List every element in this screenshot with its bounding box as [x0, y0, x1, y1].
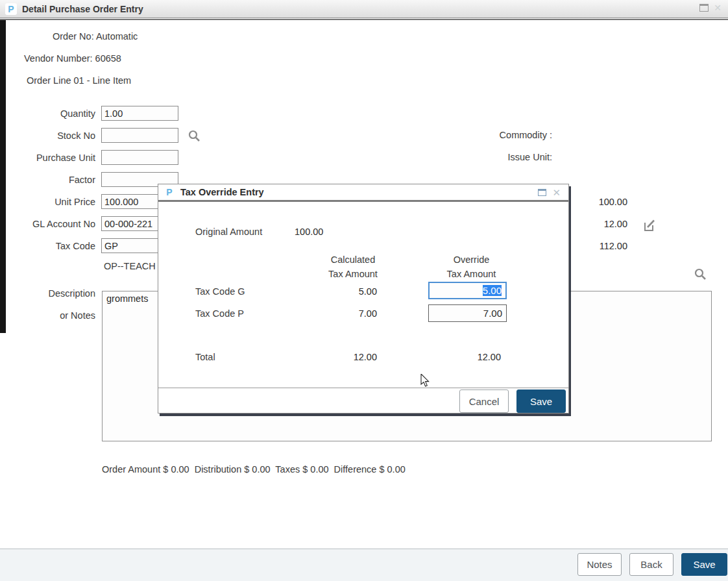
commodity-label: Commodity : [454, 130, 552, 140]
override-header-line2: Tax Amount [431, 269, 512, 279]
calculated-header-line2: Tax Amount [314, 269, 392, 279]
app-logo-icon: P [5, 3, 17, 15]
purchase-unit-label: Purchase Unit [0, 153, 95, 163]
vendor-number-text: Vendor Number: 60658 [24, 53, 121, 64]
detail-purchase-order-entry-window: P Detail Purchase Order Entry ✕ Order No… [0, 0, 728, 581]
tax-override-entry-dialog: P Tax Override Entry ✕ Original Amount 1… [158, 184, 569, 414]
dialog-logo-icon: P [164, 186, 175, 198]
order-totals-line: Order Amount $ 0.00 Distribution $ 0.00 … [102, 464, 406, 475]
tax-code-g-label: Tax Code G [195, 286, 245, 297]
purchase-unit-input[interactable] [101, 150, 178, 165]
tax-code-p-calculated: 7.00 [314, 308, 377, 319]
titlebar-divider [0, 19, 728, 20]
back-button[interactable]: Back [629, 553, 673, 576]
maximize-icon[interactable] [699, 4, 709, 12]
unit-price-label: Unit Price [0, 197, 95, 207]
gl-search-icon[interactable] [694, 267, 707, 280]
total-calculated-value: 12.00 [314, 352, 377, 362]
dialog-footer-divider [158, 388, 568, 388]
edit-tax-icon[interactable] [644, 219, 657, 232]
tax-code-g-override-input[interactable]: 5.00 [428, 282, 507, 299]
dialog-title: Tax Override Entry [180, 187, 264, 197]
tax-code-g-calculated: 5.00 [314, 286, 377, 297]
factor-label: Factor [0, 175, 95, 185]
window-title: Detail Purchase Order Entry [22, 4, 143, 14]
selected-text: 5.00 [483, 285, 502, 296]
save-button[interactable]: Save [681, 553, 727, 576]
quantity-label: Quantity [0, 108, 95, 119]
tax-code-label: Tax Code [0, 241, 95, 251]
or-notes-label: or Notes [0, 310, 95, 321]
stock-no-label: Stock No [0, 130, 95, 141]
stock-no-input[interactable] [101, 128, 178, 143]
window-titlebar: P Detail Purchase Order Entry ✕ [0, 0, 728, 18]
mouse-cursor [420, 374, 431, 388]
dialog-close-icon[interactable]: ✕ [552, 189, 561, 196]
order-line-text: Order Line 01 - Line Item [27, 75, 131, 86]
tax-code-description-text: OP--TEACH [104, 261, 156, 271]
calculated-header-line1: Calculated [314, 254, 392, 265]
original-amount-label: Original Amount [195, 227, 262, 237]
override-header-line1: Override [431, 254, 512, 265]
quantity-input[interactable] [101, 106, 178, 121]
tax-code-p-label: Tax Code P [195, 308, 244, 319]
gl-account-no-label: GL Account No [0, 219, 95, 229]
order-no-text: Order No: Automatic [53, 31, 138, 42]
total-label: Total [195, 352, 215, 362]
dialog-cancel-button[interactable]: Cancel [459, 389, 509, 413]
original-amount-value: 100.00 [295, 227, 323, 237]
notes-button[interactable]: Notes [577, 553, 622, 576]
total-override-value: 12.00 [431, 352, 501, 362]
dialog-save-button[interactable]: Save [516, 389, 566, 413]
dialog-maximize-icon[interactable] [538, 189, 546, 196]
issue-unit-label: Issue Unit: [454, 152, 552, 162]
stock-no-search-icon[interactable] [188, 129, 200, 142]
dialog-titlebar: P Tax Override Entry ✕ [158, 184, 568, 202]
description-label: Description [0, 288, 95, 299]
tax-code-p-override-input[interactable]: 7.00 [428, 304, 507, 322]
close-icon[interactable]: ✕ [714, 4, 722, 12]
override-value: 7.00 [483, 308, 502, 319]
